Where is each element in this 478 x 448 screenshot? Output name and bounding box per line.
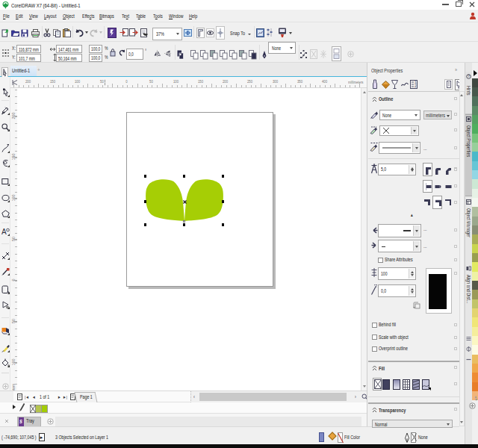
svg-text:2: 2 [415, 84, 417, 88]
svg-text:?: ? [468, 74, 470, 78]
svg-text:A: A [1, 228, 7, 236]
